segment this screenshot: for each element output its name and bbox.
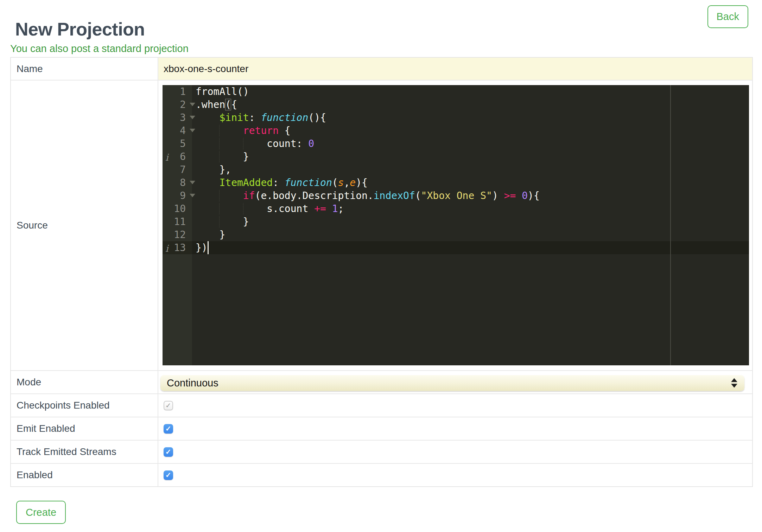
- mode-row: Mode Continuous: [11, 370, 752, 393]
- source-row: Source 123456i78910111213i fromAll().whe…: [11, 80, 752, 370]
- gutter-cell: 3: [163, 111, 192, 124]
- back-button[interactable]: Back: [707, 5, 748, 28]
- gutter-cell: 2: [163, 98, 192, 111]
- code-line: }: [192, 215, 749, 228]
- gutter-cell: 6i: [163, 150, 192, 163]
- gutter-cell: 12: [163, 228, 192, 241]
- fold-icon[interactable]: [190, 194, 195, 197]
- gutter-cell: 11: [163, 215, 192, 228]
- gutter-cell: 7: [163, 163, 192, 176]
- editor-lines: fromAll().when({ $init: function(){ retu…: [192, 85, 749, 254]
- projection-form-table: Name xbox-one-s-counter Source 123456i78…: [10, 57, 753, 487]
- gutter-cell: 4: [163, 124, 192, 137]
- track-checkbox[interactable]: ✓: [164, 447, 173, 457]
- editor-code-area: fromAll().when({ $init: function(){ retu…: [192, 85, 749, 365]
- info-icon: i: [165, 242, 169, 255]
- mode-label: Mode: [11, 371, 158, 393]
- create-button[interactable]: Create: [16, 501, 66, 524]
- checkpoints-row: Checkpoints Enabled ✓: [11, 393, 752, 417]
- checkpoints-label: Checkpoints Enabled: [11, 394, 158, 417]
- select-arrows-icon: [731, 378, 737, 388]
- fold-icon[interactable]: [190, 103, 195, 106]
- code-line: s.count += 1;: [192, 202, 749, 215]
- code-line: }: [192, 228, 749, 241]
- code-line: }): [192, 241, 749, 254]
- code-line: count: 0: [192, 137, 749, 150]
- fold-icon[interactable]: [190, 181, 195, 184]
- enabled-checkbox[interactable]: ✓: [164, 470, 173, 480]
- emit-row: Emit Enabled ✓: [11, 417, 752, 440]
- track-row: Track Emitted Streams ✓: [11, 440, 752, 463]
- page-title: New Projection: [15, 19, 145, 40]
- text-cursor: [208, 241, 209, 254]
- name-label: Name: [11, 58, 158, 80]
- code-line: $init: function(){: [192, 111, 749, 124]
- standard-projection-link[interactable]: You can also post a standard projection: [10, 43, 189, 55]
- gutter-cell: 5: [163, 137, 192, 150]
- fold-icon[interactable]: [190, 116, 195, 119]
- source-label: Source: [11, 81, 158, 370]
- code-line: .when({: [192, 98, 749, 111]
- code-line: ItemAdded: function(s,e){: [192, 176, 749, 189]
- gutter-cell: 10: [163, 202, 192, 215]
- gutter-cell: 1: [163, 85, 192, 98]
- name-row: Name xbox-one-s-counter: [11, 58, 752, 80]
- editor-gutter: 123456i78910111213i: [163, 85, 192, 365]
- source-code-editor[interactable]: 123456i78910111213i fromAll().when({ $in…: [163, 85, 749, 365]
- enabled-label: Enabled: [11, 464, 158, 486]
- code-line: },: [192, 163, 749, 176]
- mode-select-value: Continuous: [167, 377, 218, 389]
- code-line: return {: [192, 124, 749, 137]
- gutter-cell: 13i: [163, 241, 192, 254]
- track-label: Track Emitted Streams: [11, 441, 158, 463]
- gutter-cell: 9: [163, 189, 192, 202]
- code-line: }: [192, 150, 749, 163]
- mode-select[interactable]: Continuous: [160, 375, 744, 391]
- info-icon: i: [165, 151, 169, 164]
- emit-label: Emit Enabled: [11, 417, 158, 440]
- code-line: if(e.body.Description.indexOf("Xbox One …: [192, 189, 749, 202]
- page: New Projection Back You can also post a …: [0, 0, 762, 532]
- enabled-row: Enabled ✓: [11, 463, 752, 486]
- name-input[interactable]: xbox-one-s-counter: [158, 58, 752, 80]
- checkpoints-checkbox[interactable]: ✓: [164, 401, 173, 410]
- fold-icon[interactable]: [190, 129, 195, 132]
- emit-checkbox[interactable]: ✓: [164, 424, 173, 434]
- code-line: fromAll(): [192, 85, 749, 98]
- gutter-cell: 8: [163, 176, 192, 189]
